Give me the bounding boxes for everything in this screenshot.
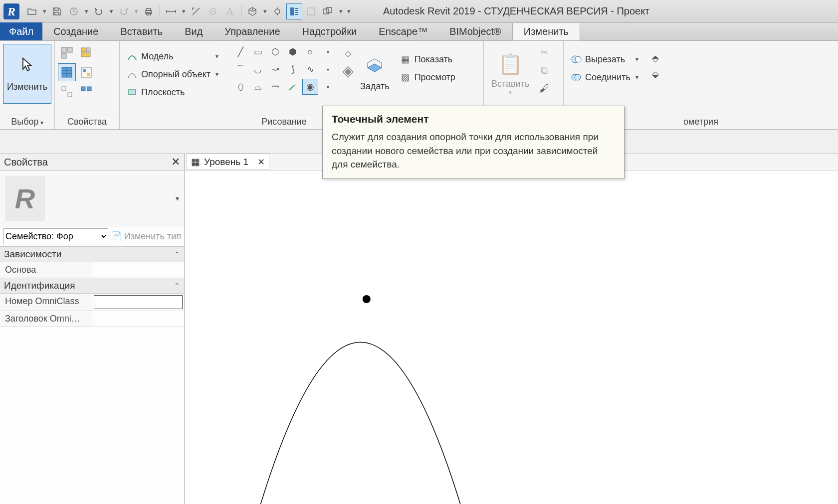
split-face-icon[interactable]: ⬙ [648,67,663,82]
cut-clipboard-icon[interactable]: ✂ [536,44,553,61]
partial-ellipse-icon[interactable]: ⌓ [250,79,266,95]
undo-icon[interactable] [91,3,107,19]
properties-close-icon[interactable]: ✕ [171,156,180,168]
3d-view-icon[interactable] [244,3,260,19]
polygon-in-icon[interactable]: ⬡ [267,44,283,60]
draw-row2-dropdown[interactable]: ▾ [320,61,336,77]
rectangle-icon[interactable]: ▭ [250,44,266,60]
modify-button[interactable]: Изменить [3,44,51,104]
show-workplane-icon: ▦ [400,53,412,65]
redo-dropdown[interactable]: ▾ [133,3,140,19]
qat-separator [160,5,160,18]
set-workplane-button[interactable]: Задать [356,44,394,104]
close-hidden-icon[interactable] [303,3,319,19]
set-workplane-icon [366,56,384,78]
tab-bimobject[interactable]: BIMobject® [438,22,512,40]
polygon-out-icon[interactable]: ⬢ [285,44,301,60]
qat-separator-2 [241,5,241,18]
canvas-area: ▦ Уровень 1 ✕ [185,154,838,504]
arc-tangent-icon[interactable]: ⤻ [267,61,283,77]
revit-logo[interactable]: R [2,2,21,21]
align-dim-icon[interactable] [188,3,204,19]
cope-icon[interactable]: ⬘ [648,51,663,66]
redo-icon[interactable] [116,3,132,19]
panel-select-label[interactable]: Выбор [0,115,54,129]
panel-model-spacer [120,115,229,129]
plane-button[interactable]: Плоскость [123,84,222,101]
type-selector[interactable]: R ▾ [0,171,184,226]
viewport[interactable] [185,170,838,504]
svg-rect-17 [86,48,90,52]
arc-center-icon[interactable]: ◡ [250,61,266,77]
arc-fillet-icon[interactable]: ⟆ [285,61,301,77]
file-tab[interactable]: Файл [0,22,42,40]
switch-windows-dropdown[interactable]: ▾ [337,3,344,19]
spline-icon[interactable]: ∿ [302,61,318,77]
group-identification[interactable]: Идентификация ⌃ [0,278,184,294]
open-icon[interactable] [24,3,40,19]
copy-clipboard-icon[interactable]: ⧉ [536,62,553,79]
paste-button[interactable]: 📋 Вставить ▾ [487,44,534,104]
measure-icon[interactable] [163,3,179,19]
qat-customize-dropdown[interactable]: ▾ [345,3,352,19]
circle-icon[interactable]: ○ [302,44,318,60]
point-element[interactable] [363,295,371,303]
ellipse-icon[interactable]: ⬯ [232,79,248,95]
edit-type-button[interactable]: 📄 Изменить тип [111,231,181,242]
panel-model-lines: Модель Опорный объект Плоскость [120,41,229,129]
svg-point-8 [275,9,280,14]
draw-row3-dropdown[interactable]: ▾ [320,79,336,95]
model-line-button[interactable]: Модель [123,48,222,65]
join-geometry-button[interactable]: Соединить [567,69,642,86]
group-dependencies[interactable]: Зависимости ⌃ [0,247,184,262]
snaps-icon[interactable] [58,83,76,101]
3d-view-dropdown[interactable]: ▾ [261,3,268,19]
type-properties-icon[interactable] [58,44,76,62]
print-icon[interactable] [141,3,157,19]
family-types-icon[interactable] [77,44,95,62]
point-element-icon[interactable]: ◉ [302,79,318,95]
thin-lines-icon[interactable] [286,3,302,19]
join-geometry-icon [570,71,582,83]
family-select[interactable]: Семейство: Фор [3,228,108,244]
svg-point-7 [212,10,214,12]
view-tab-level1[interactable]: ▦ Уровень 1 ✕ [187,154,269,170]
tab-addins[interactable]: Надстройки [291,22,368,40]
svg-rect-9 [290,7,294,15]
workplane-shape-icon: ⬦ [344,44,353,61]
properties-icon[interactable] [58,63,76,81]
measure-dropdown[interactable]: ▾ [180,3,187,19]
settings-icon[interactable] [77,83,95,101]
sync-dropdown[interactable]: ▾ [83,3,90,19]
undo-dropdown[interactable]: ▾ [108,3,115,19]
sync-icon[interactable] [66,3,82,19]
arc-start-end-icon[interactable]: ⌒ [232,61,248,77]
section-icon[interactable] [269,3,285,19]
tab-create[interactable]: Создание [42,22,109,40]
family-row: Семейство: Фор 📄 Изменить тип [0,226,184,247]
show-workplane-button[interactable]: ▦Показать [396,51,459,68]
project-units-icon[interactable] [77,63,95,81]
pick-lines-icon[interactable] [285,79,301,95]
tab-modify[interactable]: Изменить [512,22,580,40]
line-icon[interactable]: ╱ [232,44,248,60]
omniclass-number-input[interactable] [94,295,183,309]
spline-points-icon[interactable]: ⤳ [267,79,283,95]
text-icon[interactable]: A [222,3,238,19]
spline-curve[interactable] [255,342,466,504]
workplane-viewer-button[interactable]: ▨Просмотр [396,69,459,86]
tab-manage[interactable]: Управление [213,22,291,40]
reference-button[interactable]: Опорный объект [123,66,222,83]
tag-icon[interactable] [205,3,221,19]
tab-insert[interactable]: Вставить [109,22,174,40]
svg-rect-4 [147,8,151,10]
match-type-icon[interactable]: 🖌 [536,80,553,97]
view-tab-close-icon[interactable]: ✕ [257,157,265,168]
switch-windows-icon[interactable] [320,3,336,19]
tab-enscape[interactable]: Enscape™ [368,22,438,40]
save-icon[interactable] [49,3,65,19]
open-dropdown[interactable]: ▾ [41,3,48,19]
draw-row1-dropdown[interactable]: ▾ [320,44,336,60]
cut-geometry-button[interactable]: Вырезать [567,51,642,68]
tab-view[interactable]: Вид [174,22,213,40]
